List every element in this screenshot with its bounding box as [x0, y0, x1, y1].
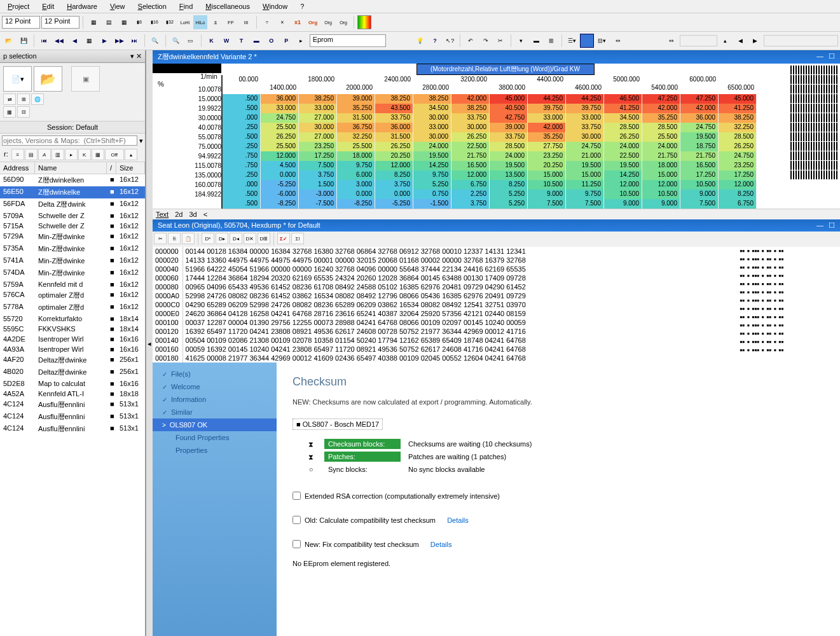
table-icon[interactable]: ▤: [102, 15, 116, 29]
flag-icon[interactable]: ▸: [294, 34, 308, 48]
map-row[interactable]: 4C124Ausflu暦ennlini■513x1: [0, 399, 145, 411]
p-icon[interactable]: P: [280, 34, 294, 48]
chip-button[interactable]: ▣: [71, 66, 100, 92]
org-icon[interactable]: Org: [306, 15, 320, 29]
grid-icon[interactable]: ▦: [86, 15, 100, 29]
nav-item[interactable]: Information: [153, 393, 277, 406]
next-icon[interactable]: ▶: [97, 34, 111, 48]
cut-icon[interactable]: ✂: [494, 34, 508, 48]
map-row[interactable]: 4A52AKennfeld ATL-I■18x18: [0, 389, 145, 399]
div-icon[interactable]: ÷: [260, 15, 274, 29]
filter-c-icon[interactable]: A: [38, 149, 51, 160]
expand2-icon[interactable]: ⇔: [665, 34, 679, 48]
prev-icon[interactable]: ◀: [67, 34, 81, 48]
ruler-icon[interactable]: ⊞: [544, 34, 558, 48]
bulb-icon[interactable]: 💡: [413, 34, 427, 48]
menu-misc[interactable]: Miscellaneous: [200, 1, 255, 11]
col-size[interactable]: Size: [116, 162, 145, 174]
menu-find[interactable]: Find: [174, 1, 198, 11]
map-row[interactable]: 5709ASchwelle der Z■16x12: [0, 211, 145, 221]
next2-icon[interactable]: ▶▶: [113, 34, 127, 48]
tab-2d[interactable]: 2d: [175, 211, 182, 218]
map-row[interactable]: 5729AMin-Z暦dwinke■16x12: [0, 231, 145, 243]
undo-icon[interactable]: ↶: [464, 34, 478, 48]
menu-edit[interactable]: Edit: [37, 1, 59, 11]
tab-3d[interactable]: 3d: [189, 211, 196, 218]
t-icon[interactable]: T: [235, 34, 249, 48]
menu-help[interactable]: ?: [295, 1, 309, 11]
map-row[interactable]: 4C124Ausflu暦ennlini■513x1: [0, 411, 145, 423]
map-row[interactable]: 576CAoptimaler Z暦d■16x12: [0, 289, 145, 301]
lohi-icon[interactable]: LoHi: [178, 15, 192, 29]
blue-sq-icon[interactable]: [580, 34, 594, 48]
map-row[interactable]: 5778Aoptimaler Z暦d■16x12: [0, 301, 145, 314]
hex-d2-icon[interactable]: D▸: [216, 233, 228, 244]
menu-view[interactable]: View: [105, 1, 130, 11]
tool-b-icon[interactable]: ⊞: [17, 93, 30, 105]
rect-icon[interactable]: ▬: [530, 34, 544, 48]
filter-up-icon[interactable]: ▴: [125, 149, 137, 160]
tab-text[interactable]: Text: [156, 211, 169, 218]
map-row[interactable]: 5715ASchwelle der Z■16x12: [0, 221, 145, 231]
menu-project[interactable]: Project: [3, 1, 34, 11]
hex-copy-icon[interactable]: ⎘: [168, 233, 181, 244]
hex-d3-icon[interactable]: D◂: [230, 233, 242, 244]
marker-icon[interactable]: ▾: [514, 34, 528, 48]
point-combo-1[interactable]: 12 Point: [2, 16, 40, 29]
old-compat-checkbox[interactable]: [293, 516, 301, 524]
col-name[interactable]: Name: [35, 162, 107, 174]
ruler2-icon[interactable]: ⊟▾: [595, 34, 609, 48]
menu-hardware[interactable]: Hardware: [62, 1, 102, 11]
prev2-icon[interactable]: ◀◀: [53, 34, 67, 48]
filter-d-icon[interactable]: ▥: [52, 149, 64, 160]
k-icon[interactable]: K: [205, 34, 219, 48]
hex-sigma2-icon[interactable]: Σ!: [291, 233, 304, 244]
org2-icon[interactable]: Org: [321, 15, 335, 29]
redo-icon[interactable]: ↷: [479, 34, 493, 48]
ff-icon[interactable]: FF: [224, 15, 238, 29]
x1-icon[interactable]: x1: [291, 15, 305, 29]
help-icon[interactable]: ?: [428, 34, 442, 48]
map-row[interactable]: 5595CFKKVSHKS■18x14: [0, 324, 145, 334]
hex-sigma-icon[interactable]: Σ✓: [277, 233, 290, 244]
nav-item[interactable]: Similar: [153, 406, 277, 418]
menu-window[interactable]: Window: [258, 1, 293, 11]
tool-c-icon[interactable]: 🌐: [31, 93, 44, 105]
filter-f-icon[interactable]: K: [78, 149, 91, 160]
panel-close-icon[interactable]: ✕: [136, 52, 142, 60]
map-row[interactable]: 4C124Ausflu暦ennlini■513x1: [0, 423, 145, 435]
last-icon[interactable]: ⏭: [127, 34, 141, 48]
col-address[interactable]: Address: [0, 162, 35, 174]
nav-item[interactable]: Properties: [153, 444, 277, 457]
bit16-icon[interactable]: ▮16: [148, 15, 162, 29]
map-row[interactable]: 55720Korrekturfakto■18x14: [0, 314, 145, 324]
tool-d-icon[interactable]: ▦: [3, 106, 16, 118]
map-row[interactable]: 5735AMin-Z暦dwinke■16x12: [0, 243, 145, 255]
color-bar-icon[interactable]: [357, 15, 371, 29]
map-row[interactable]: 5759AKennfeld mit d■16x12: [0, 279, 145, 289]
expand-icon[interactable]: ⇔: [611, 34, 625, 48]
map-row[interactable]: 5741AMin-Z暦dwinke■16x12: [0, 255, 145, 267]
left-arrow-icon[interactable]: ◀: [734, 34, 748, 48]
nav-item[interactable]: File(s): [153, 368, 277, 380]
grid-nav-icon[interactable]: ▦: [83, 34, 97, 48]
right-arrow-icon[interactable]: ▶: [748, 34, 762, 48]
map-row[interactable]: 56D90Z暦dwinkelken■16x12: [0, 174, 145, 186]
bit32-icon[interactable]: ▮32: [163, 15, 177, 29]
filter-b-icon[interactable]: ▤: [25, 149, 38, 160]
col-indicator[interactable]: /: [107, 162, 116, 174]
filter-a-icon[interactable]: ≡: [11, 149, 24, 160]
splitter-vertical[interactable]: ◂: [146, 50, 153, 636]
tool-e-icon[interactable]: ⊟: [17, 106, 30, 118]
map-list[interactable]: 56D90Z暦dwinkelken■16x1256E50Z暦dwinkelke■…: [0, 174, 145, 636]
menu-selection[interactable]: Selection: [133, 1, 172, 11]
pm-icon[interactable]: ±: [209, 15, 223, 29]
map-row[interactable]: 4AF20Deltaz暦dwinke■256x1: [0, 354, 145, 366]
data-grid[interactable]: .50036.00038.25039.00038.25038.25042.000…: [223, 94, 757, 209]
open-icon[interactable]: 📂: [2, 34, 16, 48]
point-combo-2[interactable]: 12 Point: [41, 16, 79, 29]
filter-g-icon[interactable]: ▦: [92, 149, 104, 160]
w-icon[interactable]: W: [219, 34, 233, 48]
cursor-help-icon[interactable]: ↖?: [443, 34, 457, 48]
filter-e-icon[interactable]: ▸: [65, 149, 78, 160]
